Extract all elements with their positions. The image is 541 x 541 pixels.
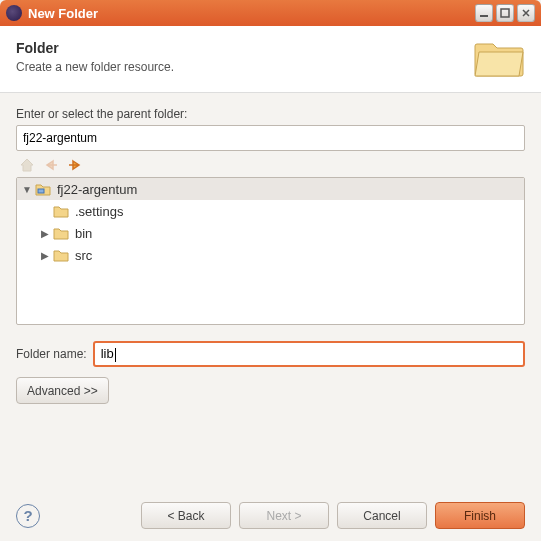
back-arrow-icon[interactable] [42, 157, 60, 173]
folder-icon [53, 226, 69, 240]
header-title: Folder [16, 40, 473, 56]
folder-name-input[interactable]: lib [93, 341, 525, 367]
dialog-header: Folder Create a new folder resource. [0, 26, 541, 93]
folder-large-icon [473, 36, 525, 78]
dialog-body: Enter or select the parent folder: ▼ fj2… [0, 93, 541, 414]
expand-arrow-icon[interactable]: ▶ [39, 228, 51, 239]
maximize-icon [500, 8, 510, 18]
tree-row-root[interactable]: ▼ fj22-argentum [17, 178, 524, 200]
eclipse-icon [6, 5, 22, 21]
close-icon [521, 8, 531, 18]
expand-arrow-icon[interactable]: ▼ [21, 184, 33, 195]
folder-icon [53, 204, 69, 218]
tree-row[interactable]: ▶ bin [17, 222, 524, 244]
advanced-button[interactable]: Advanced >> [16, 377, 109, 404]
window-title: New Folder [28, 6, 472, 21]
expand-arrow-icon[interactable]: ▶ [39, 250, 51, 261]
help-icon[interactable]: ? [16, 504, 40, 528]
folder-tree[interactable]: ▼ fj22-argentum ▶ .settings ▶ bin ▶ [16, 177, 525, 325]
dialog-footer: ? < Back Next > Cancel Finish [16, 502, 525, 529]
tree-label-root: fj22-argentum [57, 182, 137, 197]
minimize-icon [479, 8, 489, 18]
cancel-button[interactable]: Cancel [337, 502, 427, 529]
finish-button[interactable]: Finish [435, 502, 525, 529]
home-icon[interactable] [18, 157, 36, 173]
folder-name-label: Folder name: [16, 347, 87, 361]
parent-folder-label: Enter or select the parent folder: [16, 107, 525, 121]
maximize-button[interactable] [496, 4, 514, 22]
forward-arrow-icon[interactable] [66, 157, 84, 173]
titlebar: New Folder [0, 0, 541, 26]
tree-label: .settings [75, 204, 123, 219]
minimize-button[interactable] [475, 4, 493, 22]
next-button: Next > [239, 502, 329, 529]
tree-label: src [75, 248, 92, 263]
tree-row[interactable]: ▶ src [17, 244, 524, 266]
back-button[interactable]: < Back [141, 502, 231, 529]
svg-rect-1 [501, 9, 509, 17]
tree-label: bin [75, 226, 92, 241]
tree-toolbar [16, 151, 525, 177]
svg-rect-2 [38, 189, 44, 193]
parent-folder-input[interactable] [16, 125, 525, 151]
folder-icon [53, 248, 69, 262]
header-subtitle: Create a new folder resource. [16, 60, 473, 74]
tree-row[interactable]: ▶ .settings [17, 200, 524, 222]
project-folder-icon [35, 182, 51, 196]
svg-rect-0 [480, 15, 488, 17]
close-button[interactable] [517, 4, 535, 22]
